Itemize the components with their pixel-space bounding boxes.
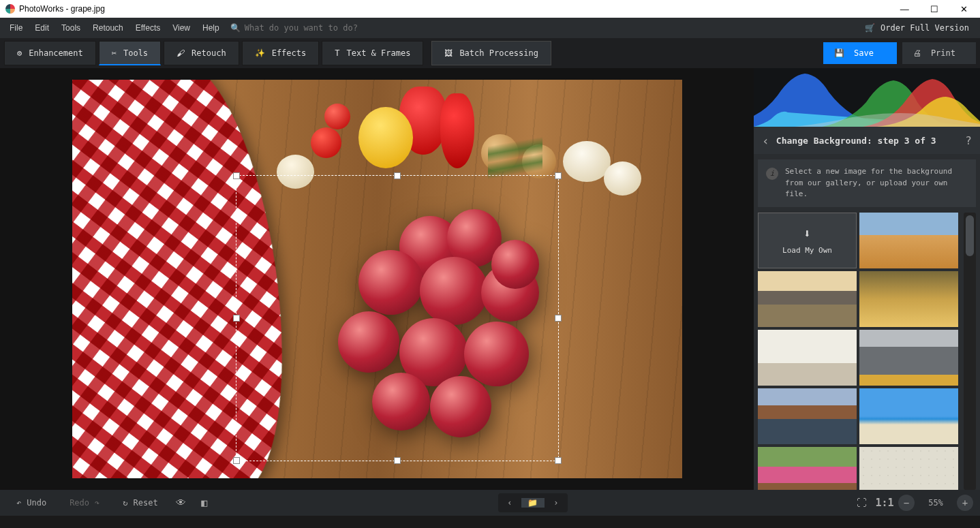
undo-icon: ↶ xyxy=(16,498,21,508)
bg-thumb-canal-town[interactable] xyxy=(758,388,857,444)
reset-icon: ↻ xyxy=(123,498,127,508)
fit-screen-icon[interactable]: ⛶ xyxy=(852,493,871,512)
bg-thumb-beach[interactable] xyxy=(859,388,958,444)
bg-thumb-living-room[interactable] xyxy=(758,330,857,386)
menu-help[interactable]: Help xyxy=(197,20,225,35)
zoom-in-button[interactable]: + xyxy=(957,495,973,511)
next-file-button[interactable]: › xyxy=(545,498,568,508)
background-gallery: ⬇ Load My Own xyxy=(754,213,980,491)
sparkle-icon: ✨ xyxy=(255,48,265,58)
search-input[interactable] xyxy=(245,23,449,33)
save-icon: 💾 xyxy=(834,48,844,58)
panel-header: ‹ Change Background: step 3 of 3 ? xyxy=(754,127,980,154)
bg-thumb-paper-texture[interactable] xyxy=(859,447,958,491)
brush-icon: 🖌 xyxy=(177,48,185,58)
reset-button[interactable]: ↻ Reset xyxy=(113,493,167,512)
menu-retouch[interactable]: Retouch xyxy=(87,20,129,35)
right-panel: ‹ Change Background: step 3 of 3 ? i Sel… xyxy=(754,68,980,490)
crop-icon: ✂ xyxy=(112,48,117,58)
zoom-out-button[interactable]: − xyxy=(898,495,915,511)
compare-icon[interactable]: ◧ xyxy=(195,493,214,512)
window-title: PhotoWorks - grape.jpg xyxy=(19,4,105,14)
file-nav-group: ‹ 📁 › xyxy=(498,493,568,512)
order-label: Order Full Version xyxy=(881,23,969,33)
bg-thumb-flower-path[interactable] xyxy=(758,447,857,491)
panel-title: Change Background: step 3 of 3 xyxy=(776,136,936,146)
menubar: File Edit Tools Retouch Effects View Hel… xyxy=(0,18,980,38)
bg-thumb-desert[interactable] xyxy=(859,213,958,268)
bg-thumb-autumn-park[interactable] xyxy=(859,271,958,327)
print-icon: 🖨 xyxy=(913,48,921,58)
gallery-scrollbar[interactable] xyxy=(964,213,976,491)
load-my-own-button[interactable]: ⬇ Load My Own xyxy=(758,213,857,268)
preview-toggle-icon[interactable]: 👁 xyxy=(172,493,191,512)
redo-button[interactable]: Redo ↷ xyxy=(60,493,109,512)
minimize-button[interactable]: — xyxy=(891,4,918,14)
selection-rect[interactable] xyxy=(236,175,559,461)
info-icon: i xyxy=(766,168,778,180)
tab-effects[interactable]: ✨ Effects xyxy=(242,41,320,65)
histogram xyxy=(754,68,980,127)
menu-edit[interactable]: Edit xyxy=(29,20,55,35)
batch-processing-button[interactable]: 🖼 Batch Processing xyxy=(431,41,551,65)
zoom-value: 55% xyxy=(919,498,953,508)
prev-file-button[interactable]: ‹ xyxy=(498,498,521,508)
menu-effects[interactable]: Effects xyxy=(130,20,166,35)
close-button[interactable]: ✕ xyxy=(950,4,977,14)
bg-thumb-city-sunset[interactable] xyxy=(758,271,857,327)
redo-icon: ↷ xyxy=(95,498,99,508)
open-folder-button[interactable]: 📁 xyxy=(521,498,545,508)
save-button[interactable]: 💾 Save xyxy=(823,42,897,64)
info-box: i Select a new image for the background … xyxy=(758,159,976,207)
tab-enhancement[interactable]: ⚙ Enhancement xyxy=(4,41,96,65)
print-button[interactable]: 🖨 Print xyxy=(902,42,976,64)
back-icon[interactable]: ‹ xyxy=(762,134,769,148)
toolbar: ⚙ Enhancement ✂ Tools 🖌 Retouch ✨ Effect… xyxy=(0,38,980,68)
undo-button[interactable]: ↶ Undo xyxy=(7,493,56,512)
window-titlebar: PhotoWorks - grape.jpg — ☐ ✕ xyxy=(0,0,980,18)
search-icon: 🔍 xyxy=(230,23,241,33)
help-icon[interactable]: ? xyxy=(965,134,972,147)
order-full-version-button[interactable]: 🛒 Order Full Version xyxy=(858,23,976,33)
photo-preview[interactable] xyxy=(72,80,682,478)
actual-size-button[interactable]: 1:1 xyxy=(875,493,894,512)
app-icon xyxy=(5,4,15,14)
menu-view[interactable]: View xyxy=(167,20,196,35)
tab-text-frames[interactable]: T Text & Frames xyxy=(322,41,423,65)
sliders-icon: ⚙ xyxy=(17,48,22,58)
tab-retouch[interactable]: 🖌 Retouch xyxy=(164,41,239,65)
gallery-scroll-thumb[interactable] xyxy=(966,215,974,256)
info-text: Select a new image for the background fr… xyxy=(785,166,968,200)
menu-file[interactable]: File xyxy=(4,20,28,35)
download-icon: ⬇ xyxy=(803,226,811,240)
cart-icon: 🛒 xyxy=(865,23,875,33)
image-stack-icon: 🖼 xyxy=(444,48,453,58)
text-icon: T xyxy=(335,48,339,58)
maximize-button[interactable]: ☐ xyxy=(921,4,948,14)
canvas-area[interactable] xyxy=(0,68,754,490)
bottombar: ↶ Undo Redo ↷ ↻ Reset 👁 ◧ ‹ 📁 › ⛶ 1:1 − … xyxy=(0,490,980,516)
bg-thumb-city-street[interactable] xyxy=(859,330,958,386)
tab-tools[interactable]: ✂ Tools xyxy=(99,41,161,65)
menu-tools[interactable]: Tools xyxy=(56,20,86,35)
